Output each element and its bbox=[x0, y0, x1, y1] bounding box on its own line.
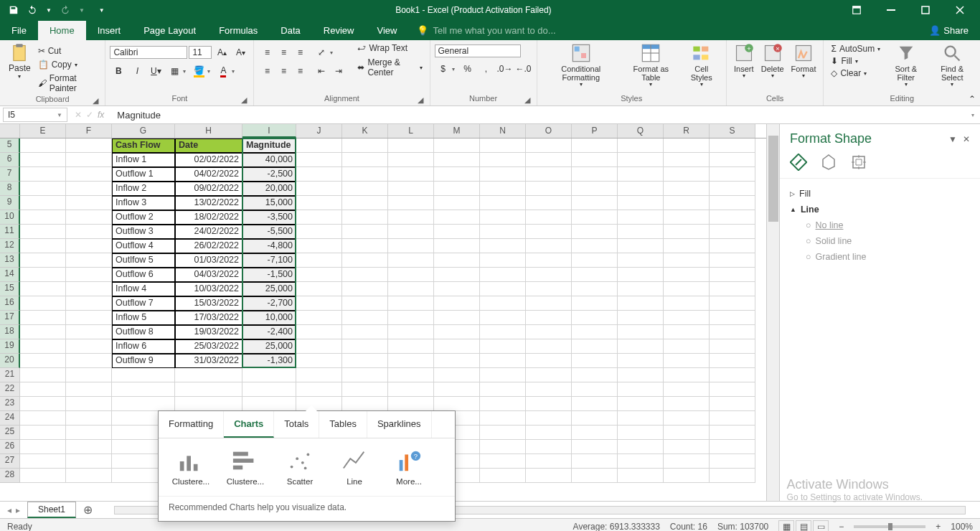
cell-S18[interactable] bbox=[710, 325, 755, 339]
cell-L22[interactable] bbox=[388, 382, 434, 397]
zoom-slider[interactable] bbox=[854, 525, 925, 528]
cell-G11[interactable]: Outflow 3 bbox=[112, 225, 175, 239]
qa-tab-totals[interactable]: Totals bbox=[274, 411, 319, 438]
solid-line-radio[interactable]: ○Solid line bbox=[790, 233, 970, 249]
tab-review[interactable]: Review bbox=[312, 21, 366, 40]
cell-I23[interactable] bbox=[242, 397, 296, 411]
cell-E17[interactable] bbox=[20, 311, 66, 325]
cell-Q16[interactable] bbox=[618, 296, 664, 311]
column-header-J[interactable]: J bbox=[296, 124, 342, 138]
find-select-button[interactable]: Find & Select▾ bbox=[928, 42, 976, 94]
cell-P6[interactable] bbox=[572, 153, 618, 167]
cell-O23[interactable] bbox=[526, 397, 572, 411]
cell-M23[interactable] bbox=[434, 397, 480, 411]
cell-R14[interactable] bbox=[664, 268, 710, 282]
cell-J15[interactable] bbox=[296, 282, 342, 296]
cell-S11[interactable] bbox=[710, 225, 755, 239]
cell-L11[interactable] bbox=[388, 225, 434, 239]
cell-I16[interactable]: -2,700 bbox=[242, 296, 296, 311]
cell-G6[interactable]: Inflow 1 bbox=[112, 153, 175, 167]
comma-format[interactable]: , bbox=[478, 61, 495, 77]
cell-K10[interactable] bbox=[342, 210, 388, 225]
cell-R15[interactable] bbox=[664, 282, 710, 296]
align-left[interactable]: ≡ bbox=[258, 63, 275, 79]
cell-Q27[interactable] bbox=[618, 454, 664, 469]
cell-P23[interactable] bbox=[572, 397, 618, 411]
cell-L21[interactable] bbox=[388, 368, 434, 382]
cell-J13[interactable] bbox=[296, 253, 342, 268]
cell-I18[interactable]: -2,400 bbox=[242, 325, 296, 339]
cell-F7[interactable] bbox=[66, 167, 112, 182]
fill-color-button[interactable]: 🪣▾ bbox=[190, 63, 213, 79]
cell-I21[interactable] bbox=[242, 368, 296, 382]
cell-J22[interactable] bbox=[296, 382, 342, 397]
delete-cells-button[interactable]: ×Delete▾ bbox=[758, 42, 787, 94]
cell-J20[interactable] bbox=[296, 354, 342, 368]
cell-H11[interactable]: 24/02/2022 bbox=[175, 225, 242, 239]
cell-M17[interactable] bbox=[434, 311, 480, 325]
cell-M18[interactable] bbox=[434, 325, 480, 339]
cell-N8[interactable] bbox=[480, 182, 526, 196]
cell-R17[interactable] bbox=[664, 311, 710, 325]
row-header-22[interactable]: 22 bbox=[0, 382, 20, 397]
cell-J8[interactable] bbox=[296, 182, 342, 196]
row-header-26[interactable]: 26 bbox=[0, 440, 20, 454]
row-header-27[interactable]: 27 bbox=[0, 454, 20, 469]
cell-G23[interactable] bbox=[112, 397, 175, 411]
cell-N27[interactable] bbox=[480, 454, 526, 469]
clipboard-dialog-launcher[interactable]: ◢ bbox=[92, 96, 99, 103]
cell-S12[interactable] bbox=[710, 239, 755, 253]
cell-Q15[interactable] bbox=[618, 282, 664, 296]
decrease-font-size[interactable]: A▾ bbox=[232, 44, 249, 60]
row-header-19[interactable]: 19 bbox=[0, 339, 20, 354]
cell-I20[interactable]: -1,300 bbox=[242, 354, 296, 368]
cell-R20[interactable] bbox=[664, 354, 710, 368]
cell-M13[interactable] bbox=[434, 253, 480, 268]
cell-P18[interactable] bbox=[572, 325, 618, 339]
cell-Q28[interactable] bbox=[618, 469, 664, 483]
qa-line[interactable]: Line bbox=[332, 448, 377, 486]
cell-F15[interactable] bbox=[66, 282, 112, 296]
vertical-scrollbar[interactable] bbox=[766, 124, 779, 501]
column-header-S[interactable]: S bbox=[710, 124, 755, 138]
cell-H23[interactable] bbox=[175, 397, 242, 411]
row-header-11[interactable]: 11 bbox=[0, 225, 20, 239]
cell-F17[interactable] bbox=[66, 311, 112, 325]
cell-R13[interactable] bbox=[664, 253, 710, 268]
cell-K16[interactable] bbox=[342, 296, 388, 311]
cell-N16[interactable] bbox=[480, 296, 526, 311]
cell-P26[interactable] bbox=[572, 440, 618, 454]
cell-Q14[interactable] bbox=[618, 268, 664, 282]
cell-S20[interactable] bbox=[710, 354, 755, 368]
cell-K12[interactable] bbox=[342, 239, 388, 253]
cell-P10[interactable] bbox=[572, 210, 618, 225]
cell-E28[interactable] bbox=[20, 469, 66, 483]
cell-S27[interactable] bbox=[710, 454, 755, 469]
cell-P9[interactable] bbox=[572, 196, 618, 210]
row-header-12[interactable]: 12 bbox=[0, 239, 20, 253]
insert-cells-button[interactable]: +Insert▾ bbox=[731, 42, 757, 94]
view-page-break[interactable]: ▭ bbox=[813, 520, 829, 532]
cell-G9[interactable]: Inflow 3 bbox=[112, 196, 175, 210]
cell-M12[interactable] bbox=[434, 239, 480, 253]
cell-P28[interactable] bbox=[572, 469, 618, 483]
cell-K20[interactable] bbox=[342, 354, 388, 368]
cell-H15[interactable]: 10/03/2022 bbox=[175, 282, 242, 296]
cell-N14[interactable] bbox=[480, 268, 526, 282]
cell-R23[interactable] bbox=[664, 397, 710, 411]
increase-font-size[interactable]: A▴ bbox=[213, 44, 230, 60]
cell-M16[interactable] bbox=[434, 296, 480, 311]
cell-M15[interactable] bbox=[434, 282, 480, 296]
cell-R27[interactable] bbox=[664, 454, 710, 469]
cell-E11[interactable] bbox=[20, 225, 66, 239]
cell-J14[interactable] bbox=[296, 268, 342, 282]
clear-button[interactable]: ◇Clear ▾ bbox=[828, 67, 883, 79]
cell-I9[interactable]: 15,000 bbox=[242, 196, 296, 210]
cell-I10[interactable]: -3,500 bbox=[242, 210, 296, 225]
cell-O13[interactable] bbox=[526, 253, 572, 268]
row-header-17[interactable]: 17 bbox=[0, 311, 20, 325]
cell-H18[interactable]: 19/03/2022 bbox=[175, 325, 242, 339]
cell-M9[interactable] bbox=[434, 196, 480, 210]
cell-R24[interactable] bbox=[664, 411, 710, 426]
cell-H20[interactable]: 31/03/2022 bbox=[175, 354, 242, 368]
